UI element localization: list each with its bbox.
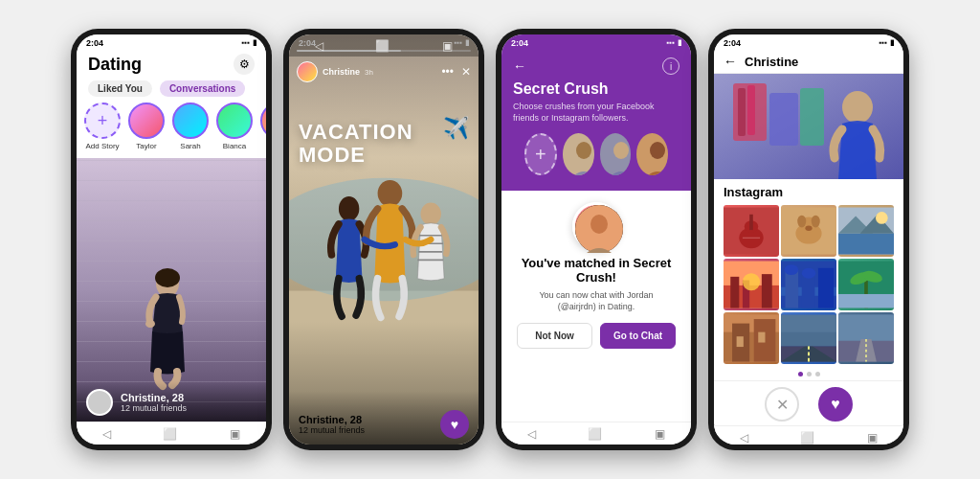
svg-point-33 (812, 216, 820, 228)
home-nav-4[interactable]: ⬜ (794, 429, 820, 445)
story-circle-bianca[interactable] (216, 103, 253, 139)
crush-avatar-1 (563, 133, 594, 175)
reject-button[interactable]: ✕ (765, 387, 799, 422)
status-icons-3: ▪▪▪ ▮ (666, 38, 681, 47)
conversations-tab[interactable]: Conversations (160, 80, 245, 97)
svg-rect-57 (838, 294, 894, 308)
crush-2 (600, 133, 632, 175)
back-arrow-4[interactable]: ← (724, 54, 737, 69)
liked-you-tab[interactable]: Liked You (88, 80, 152, 97)
story-close-btn[interactable]: ✕ (461, 65, 471, 79)
insta-svg-9 (838, 312, 894, 364)
back-arrow-3[interactable]: ← (513, 58, 526, 74)
time-3: 2:04 (511, 38, 528, 48)
svg-rect-20 (747, 85, 755, 135)
story-circle-sa[interactable] (260, 103, 266, 139)
bottom-nav-1: ◁ ⬜ ▣ (77, 422, 266, 445)
insta-photo-2[interactable] (781, 205, 836, 257)
insta-photo-8[interactable] (781, 312, 836, 364)
story-card-info: Christine, 28 12 mutual friends (299, 414, 365, 435)
profile-main-photo (714, 74, 903, 179)
add-crush-circle[interactable]: + (524, 133, 557, 175)
insta-photo-6[interactable] (838, 259, 894, 310)
dot-1 (798, 372, 803, 376)
photo-name: Christine, 28 (121, 392, 187, 403)
insta-photo-5[interactable] (781, 259, 836, 310)
crush-circles: + (513, 124, 679, 175)
vacation-text: VACATION MODE (299, 121, 450, 167)
insta-photo-1[interactable] (724, 205, 779, 257)
story-heart-button[interactable]: ♥ (440, 410, 469, 439)
status-bar-1: 2:04 ▪▪▪ ▮ (77, 34, 266, 50)
insta-svg-6 (838, 259, 894, 310)
phone-3-screen: 2:04 ▪▪▪ ▮ ← i Secret Crush Choose crush… (501, 34, 691, 445)
story-user-info: Christine 3h (297, 61, 373, 82)
home-nav-2[interactable]: ⬜ (369, 37, 395, 55)
like-button[interactable]: ♥ (818, 387, 853, 422)
svg-rect-21 (769, 93, 798, 146)
recent-nav-4[interactable]: ▣ (861, 429, 883, 445)
tabs-row: Liked You Conversations (77, 79, 266, 103)
back-nav-3[interactable]: ◁ (522, 425, 542, 443)
back-nav-4[interactable]: ◁ (734, 429, 754, 445)
photo-dots (714, 368, 903, 380)
insta-photo-3[interactable] (838, 205, 894, 257)
story-sa[interactable]: Sa... (260, 103, 266, 150)
insta-svg-2 (781, 205, 836, 257)
match-title: You've matched in Secret Crush! (513, 256, 679, 285)
story-label-taylor: Taylor (136, 142, 156, 150)
insta-photo-7[interactable] (724, 312, 779, 364)
svg-rect-27 (749, 215, 753, 230)
main-photo-card[interactable]: Christine, 28 12 mutual friends (77, 158, 266, 422)
svg-point-32 (797, 216, 806, 228)
crush-avatar-2 (600, 133, 632, 175)
crush-3 (636, 133, 668, 175)
status-bar-4: 2:04 ▪▪▪ ▮ (714, 34, 903, 50)
back-nav-2[interactable]: ◁ (309, 37, 329, 55)
svg-marker-69 (781, 332, 836, 347)
profile-action-buttons: ✕ ♥ (714, 380, 903, 425)
svg-rect-48 (786, 270, 799, 308)
story-more-btn[interactable]: ••• (441, 65, 454, 79)
back-nav-1[interactable]: ◁ (97, 425, 117, 443)
recent-nav-2[interactable]: ▣ (436, 37, 458, 55)
insta-svg-4 (724, 259, 779, 310)
settings-button[interactable]: ⚙ (234, 54, 255, 75)
info-icon-3[interactable]: i (662, 57, 679, 75)
story-label-sarah: Sarah (180, 142, 200, 150)
match-desc: You can now chat with Jordan (@airjrdn) … (513, 290, 679, 312)
story-bianca[interactable]: Bianca (216, 103, 253, 150)
svg-point-34 (805, 226, 812, 231)
svg-rect-50 (818, 268, 834, 308)
svg-rect-19 (738, 88, 746, 136)
home-nav-1[interactable]: ⬜ (157, 425, 183, 443)
status-icons-1: ▪▪▪ ▮ (241, 38, 256, 47)
not-now-button[interactable]: Not Now (517, 323, 592, 349)
svg-point-45 (743, 273, 760, 290)
recent-nav-1[interactable]: ▣ (224, 425, 246, 443)
woman-svg (129, 266, 206, 391)
add-story-item[interactable]: + Add Story (84, 103, 121, 150)
purple-section: ← i Secret Crush Choose crushes from you… (501, 50, 691, 191)
insta-photo-9[interactable] (838, 312, 894, 364)
phone-4-screen: 2:04 ▪▪▪ ▮ ← Christine (714, 34, 903, 445)
story-overlay (289, 34, 479, 445)
phone-1-screen: 2:04 ▪▪▪ ▮ Dating ⚙ Liked You Conversati… (77, 34, 266, 445)
person-figure (129, 266, 206, 395)
story-taylor[interactable]: Taylor (128, 103, 165, 150)
home-nav-3[interactable]: ⬜ (582, 425, 608, 443)
recent-nav-3[interactable]: ▣ (649, 425, 671, 443)
svg-rect-63 (758, 332, 765, 343)
story-circle-sarah[interactable] (172, 103, 209, 139)
story-sarah[interactable]: Sarah (172, 103, 209, 150)
add-story-circle[interactable]: + (84, 103, 121, 139)
svg-point-11 (613, 142, 629, 159)
match-section: You've matched in Secret Crush! You can … (501, 191, 691, 359)
story-circle-taylor[interactable] (128, 103, 165, 139)
go-to-chat-button[interactable]: Go to Chat (600, 323, 676, 349)
dating-title: Dating (88, 55, 142, 75)
bottom-nav-4: ◁ ⬜ ▣ (714, 425, 903, 445)
svg-rect-42 (730, 277, 739, 308)
signal-icon-3: ▪▪▪ (666, 38, 675, 47)
insta-photo-4[interactable] (724, 259, 779, 310)
